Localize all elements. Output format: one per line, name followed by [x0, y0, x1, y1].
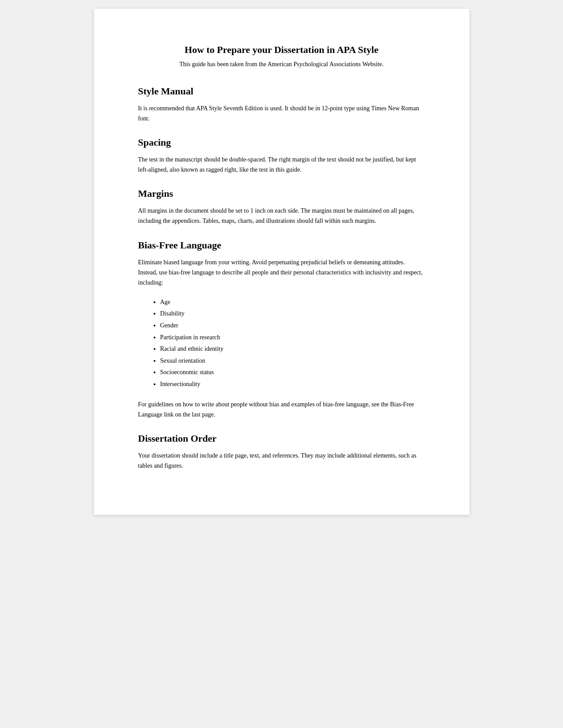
- section-heading-spacing: Spacing: [138, 137, 425, 148]
- list-item: Sexual orientation: [160, 355, 425, 367]
- list-item: Age: [160, 296, 425, 308]
- section-heading-style-manual: Style Manual: [138, 86, 425, 97]
- section-body-spacing: The test in the manuscript should be dou…: [138, 154, 425, 175]
- section-heading-dissertation-order: Dissertation Order: [138, 433, 425, 444]
- list-item: Disability: [160, 308, 425, 320]
- section-body-style-manual: It is recommended that APA Style Seventh…: [138, 103, 425, 124]
- section-heading-bias-free: Bias-Free Language: [138, 240, 425, 251]
- page-title: How to Prepare your Dissertation in APA …: [138, 44, 425, 56]
- list-item: Socioeconomic status: [160, 367, 425, 379]
- section-body-dissertation-order: Your dissertation should include a title…: [138, 450, 425, 471]
- list-item: Gender: [160, 320, 425, 332]
- section-heading-margins: Margins: [138, 188, 425, 199]
- page-subtitle: This guide has been taken from the Ameri…: [138, 61, 425, 68]
- section-body-margins: All margins in the document should be se…: [138, 206, 425, 226]
- bias-bullet-list: Age Disability Gender Participation in r…: [160, 296, 425, 390]
- section-body-bias-intro: Eliminate biased language from your writ…: [138, 257, 425, 288]
- list-item: Intersectionality: [160, 379, 425, 390]
- list-item: Participation in research: [160, 332, 425, 344]
- list-item: Racial and ethnic identity: [160, 343, 425, 355]
- page-container: How to Prepare your Dissertation in APA …: [94, 9, 469, 515]
- section-body-bias-outro: For guidelines on how to write about peo…: [138, 399, 425, 420]
